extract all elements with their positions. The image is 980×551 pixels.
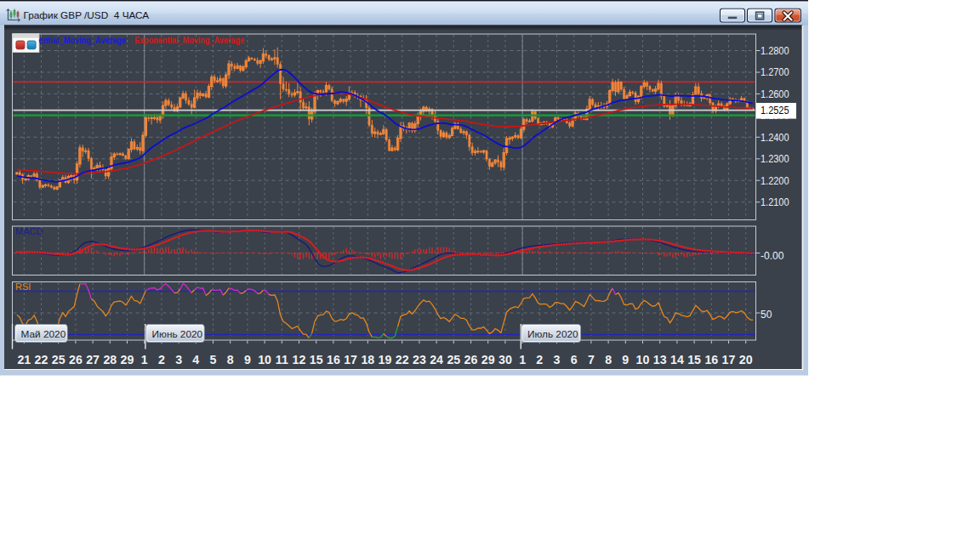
- svg-text:14: 14: [670, 353, 684, 366]
- svg-text:1.2700: 1.2700: [761, 66, 789, 78]
- svg-text:16: 16: [704, 353, 718, 366]
- svg-text:27: 27: [86, 353, 100, 366]
- svg-text:-0.00: -0.00: [761, 250, 784, 262]
- svg-text:19: 19: [379, 353, 392, 366]
- svg-text:50: 50: [761, 309, 772, 321]
- svg-text:15: 15: [310, 353, 323, 366]
- svg-text:1: 1: [141, 353, 148, 366]
- svg-text:1: 1: [519, 353, 526, 366]
- svg-text:Exponential_Moving_Average: Exponential_Moving_Average: [134, 35, 244, 45]
- svg-text:8: 8: [227, 353, 234, 366]
- svg-text:1.2600: 1.2600: [761, 88, 789, 100]
- svg-text:ential_Moving_Average: ential_Moving_Average: [39, 35, 127, 45]
- svg-text:RSI: RSI: [15, 281, 31, 292]
- svg-text:13: 13: [653, 353, 667, 366]
- svg-text:18: 18: [361, 353, 374, 366]
- svg-text:26: 26: [464, 353, 478, 366]
- svg-text:Май 2020: Май 2020: [21, 328, 66, 340]
- svg-text:12: 12: [293, 353, 306, 366]
- svg-text:25: 25: [447, 353, 460, 366]
- svg-text:28: 28: [103, 353, 117, 366]
- svg-text:26: 26: [69, 353, 83, 366]
- svg-text:15: 15: [687, 353, 701, 366]
- svg-text:1.2300: 1.2300: [761, 153, 789, 165]
- svg-text:1.2200: 1.2200: [761, 175, 789, 187]
- svg-text:20: 20: [739, 353, 753, 366]
- svg-text:2: 2: [158, 353, 165, 366]
- svg-text:График GBP /USD 4 ЧАСА: График GBP /USD 4 ЧАСА: [24, 9, 150, 21]
- svg-text:24: 24: [430, 353, 443, 366]
- svg-text:1.2100: 1.2100: [761, 196, 789, 208]
- svg-text:7: 7: [588, 353, 595, 366]
- svg-text:5: 5: [210, 353, 217, 366]
- svg-text:22: 22: [35, 353, 48, 366]
- svg-text:10: 10: [258, 353, 271, 366]
- svg-text:29: 29: [481, 353, 495, 366]
- svg-text:Июль 2020: Июль 2020: [527, 328, 578, 340]
- svg-text:3: 3: [554, 353, 561, 366]
- svg-text:1.2800: 1.2800: [761, 45, 789, 57]
- svg-text:10: 10: [636, 353, 650, 366]
- svg-text:9: 9: [622, 353, 629, 366]
- svg-text:16: 16: [327, 353, 340, 366]
- svg-text:MACD: MACD: [15, 226, 43, 236]
- svg-text:22: 22: [396, 353, 409, 366]
- svg-text:Июнь 2020: Июнь 2020: [152, 328, 203, 340]
- svg-text:1.2525: 1.2525: [761, 105, 789, 116]
- svg-text:23: 23: [413, 353, 426, 366]
- svg-text:25: 25: [52, 353, 66, 366]
- svg-text:6: 6: [571, 353, 578, 366]
- svg-text:29: 29: [121, 353, 134, 366]
- svg-text:3: 3: [175, 353, 182, 366]
- svg-text:17: 17: [344, 353, 357, 366]
- svg-text:30: 30: [499, 353, 512, 366]
- svg-text:4: 4: [192, 353, 199, 366]
- svg-text:17: 17: [722, 353, 736, 366]
- svg-text:1.2400: 1.2400: [761, 132, 789, 144]
- svg-text:8: 8: [605, 353, 612, 366]
- svg-text:21: 21: [17, 353, 31, 366]
- svg-text:11: 11: [276, 353, 288, 366]
- svg-text:2: 2: [536, 353, 543, 366]
- svg-text:9: 9: [244, 353, 251, 366]
